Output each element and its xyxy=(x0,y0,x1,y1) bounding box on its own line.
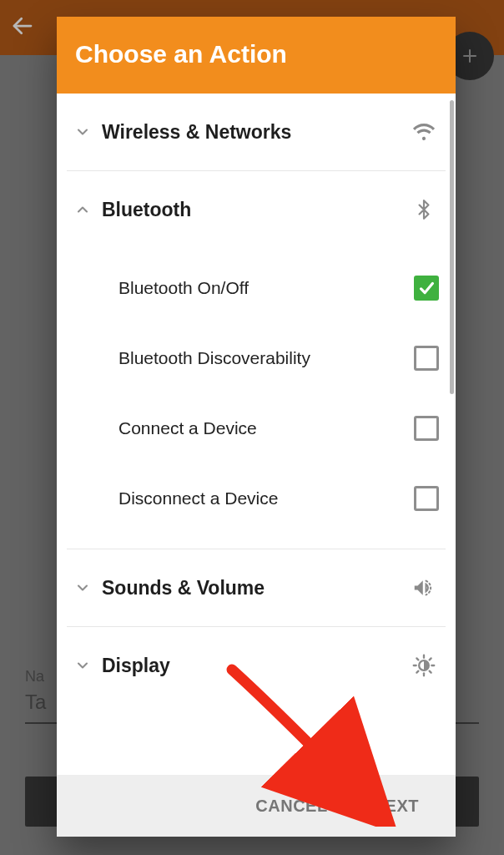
bluetooth-sublist: Bluetooth On/Off Bluetooth Discoverabili… xyxy=(67,248,446,549)
category-row-bluetooth[interactable]: Bluetooth xyxy=(67,171,446,248)
brightness-icon xyxy=(406,654,442,677)
choose-action-dialog: Choose an Action Wireless & Networks xyxy=(57,17,456,837)
checkbox-unchecked[interactable] xyxy=(414,346,439,371)
action-label: Bluetooth Discoverability xyxy=(118,348,414,368)
action-bluetooth-onoff[interactable]: Bluetooth On/Off xyxy=(67,253,446,323)
checkbox-checked[interactable] xyxy=(414,276,439,301)
next-button[interactable]: NEXT xyxy=(373,797,419,816)
dialog-list[interactable]: Wireless & Networks Bluetooth xyxy=(57,94,456,775)
action-disconnect-device[interactable]: Disconnect a Device xyxy=(67,463,446,534)
category-label: Display xyxy=(102,655,406,677)
cancel-button[interactable]: CANCEL xyxy=(255,797,327,816)
category-wireless: Wireless & Networks xyxy=(67,94,446,171)
dialog-actions: CANCEL NEXT xyxy=(57,775,456,837)
dialog-title: Choose an Action xyxy=(75,40,437,68)
checkbox-unchecked[interactable] xyxy=(414,486,439,511)
scrollbar[interactable] xyxy=(450,100,454,394)
category-display: Display xyxy=(67,627,446,704)
chevron-down-icon xyxy=(68,124,97,140)
svg-line-9 xyxy=(430,671,431,673)
chevron-up-icon xyxy=(68,201,97,218)
app-root: Na Ta Choose an Action Wireless & Networ… xyxy=(0,0,504,855)
category-label: Wireless & Networks xyxy=(102,121,406,144)
category-label: Sounds & Volume xyxy=(102,577,406,600)
checkbox-unchecked[interactable] xyxy=(414,416,439,441)
wifi-icon xyxy=(406,120,442,144)
action-label: Bluetooth On/Off xyxy=(118,278,414,298)
action-connect-device[interactable]: Connect a Device xyxy=(67,393,446,463)
bluetooth-icon xyxy=(406,196,442,223)
action-label: Disconnect a Device xyxy=(118,488,414,508)
svg-line-11 xyxy=(430,658,431,660)
category-row-sounds[interactable]: Sounds & Volume xyxy=(67,549,446,626)
chevron-down-icon xyxy=(68,579,97,596)
chevron-down-icon xyxy=(68,657,97,674)
category-sounds: Sounds & Volume xyxy=(67,549,446,627)
volume-icon xyxy=(406,575,442,600)
category-row-display[interactable]: Display xyxy=(67,627,446,704)
category-bluetooth: Bluetooth Bluetooth On/Off Bluetooth Dis… xyxy=(67,171,446,549)
category-label: Bluetooth xyxy=(102,199,406,221)
svg-line-8 xyxy=(416,658,418,660)
category-row-wireless[interactable]: Wireless & Networks xyxy=(67,94,446,170)
action-bluetooth-discoverability[interactable]: Bluetooth Discoverability xyxy=(67,323,446,393)
svg-line-10 xyxy=(416,671,418,673)
action-label: Connect a Device xyxy=(118,418,414,438)
dialog-header: Choose an Action xyxy=(57,17,456,94)
